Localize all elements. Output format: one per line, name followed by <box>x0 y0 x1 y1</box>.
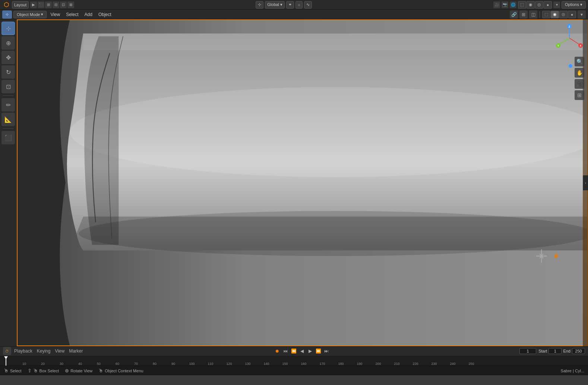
material-btn[interactable]: ◎ <box>559 11 568 18</box>
options-button[interactable]: Options ▾ <box>562 1 586 9</box>
context-menu-label: Object Context Menu <box>105 369 143 373</box>
snap-toggle[interactable]: ⚭ <box>286 1 294 9</box>
jump-start-btn[interactable]: ⏮ <box>282 347 289 355</box>
ruler-mark-240: 240 <box>450 362 455 366</box>
blender-logo[interactable]: ⬡ <box>2 1 10 9</box>
divider <box>540 11 540 18</box>
marker-menu[interactable]: Marker <box>67 348 84 354</box>
header-icon-4[interactable]: ⊟ <box>53 1 59 8</box>
render-shade-btn[interactable]: ● <box>544 1 552 9</box>
scene-props-icon[interactable]: 🌐 <box>510 1 516 8</box>
middle-mouse-icon: ⊛ <box>65 368 69 373</box>
zoom-to-fit-btn[interactable]: 🔍 <box>575 57 584 66</box>
jump-end-btn[interactable]: ⏭ <box>323 347 330 355</box>
n-panel-toggle[interactable]: › <box>583 175 588 190</box>
viewport-shading-btns: ⬚ ◉ ◎ ● <box>542 11 576 18</box>
ruler-mark-30: 30 <box>60 362 63 366</box>
timeline-area: ⏱ Playback Keying View Marker ⏺ ⏮ ⏪ ◀ ▶ … <box>0 346 588 366</box>
workspace-tab-layout[interactable]: Layout <box>12 1 29 9</box>
viewport-canvas[interactable]: User Orthographic (Local) (1) Sabre | Cy… <box>17 19 588 346</box>
viewport-gizmo-toggle[interactable]: 🔗 <box>510 10 518 19</box>
ruler-mark-190: 190 <box>357 362 362 366</box>
timeline-right: Start End <box>519 348 585 354</box>
keying-menu[interactable]: Keying <box>35 348 52 354</box>
pan-btn[interactable]: ✋ <box>575 68 584 78</box>
svg-rect-3 <box>83 34 588 50</box>
solid-btn[interactable]: ◉ <box>551 11 559 18</box>
ruler-mark-150: 150 <box>282 362 288 366</box>
record-btn[interactable]: ⏺ <box>274 347 281 355</box>
material-shade-btn[interactable]: ◎ <box>535 1 543 9</box>
viewport-menu-select[interactable]: Select <box>64 11 80 18</box>
play-btn[interactable]: ▶ <box>306 347 314 355</box>
shading-buttons: ⬚ ◉ ◎ ● <box>518 1 552 9</box>
render-props-icon[interactable]: 📷 <box>502 1 508 8</box>
ruler-mark-230: 230 <box>431 362 437 366</box>
render-btn[interactable]: ● <box>568 11 576 18</box>
ruler-mark-110: 110 <box>208 362 213 366</box>
ruler-mark-180: 180 <box>338 362 344 366</box>
header-icon-2[interactable]: ⬛ <box>38 1 44 8</box>
status-bar: 🖱 Select ⇧ 🖱 Box Select ⊛ Rotate View 🖱 … <box>0 366 588 375</box>
scale-tool-btn[interactable]: ⊡ <box>1 80 15 93</box>
viewport-render-icon[interactable]: 🎥 <box>493 1 500 8</box>
ruler-mark-250: 250 <box>468 362 474 366</box>
proportional-edit[interactable]: ○ <box>295 1 303 9</box>
viewport-shading-extra[interactable]: ▾ <box>553 1 560 8</box>
end-frame-input[interactable] <box>572 348 585 354</box>
shading-extra-btn[interactable]: ▾ <box>578 10 586 19</box>
ruler-mark-80: 80 <box>153 362 157 366</box>
viewport-overlay-toggle[interactable]: ⊞ <box>519 10 528 19</box>
playback-menu[interactable]: Playback <box>13 348 34 354</box>
nav-icons: 🔍 ✋ 🎥 ⊞ <box>575 57 584 100</box>
solid-shade-btn[interactable]: ◉ <box>527 1 535 9</box>
blue-axis-dot <box>569 64 572 68</box>
ruler-mark-210: 210 <box>394 362 399 366</box>
header-icon-1[interactable]: ▶ <box>30 1 37 8</box>
camera-view-btn[interactable]: 🎥 <box>575 79 584 89</box>
annotate-tool-btn[interactable]: ✏ <box>1 98 15 112</box>
header-icon-3[interactable]: ⊞ <box>45 1 52 8</box>
header-right: 🎥 📷 🌐 ⬚ ◉ ◎ ● ▾ Options ▾ <box>493 1 586 9</box>
svg-point-8 <box>554 254 558 258</box>
grid-view-btn[interactable]: ⊞ <box>575 90 584 100</box>
status-box-select: ⇧ 🖱 Box Select <box>28 368 59 373</box>
view-menu[interactable]: View <box>53 348 66 354</box>
viewport-menu-add[interactable]: Add <box>82 11 95 18</box>
timeline-ruler[interactable]: 10 20 30 40 50 60 70 80 90 100 110 120 1… <box>0 356 588 366</box>
playback-controls: ⏺ ⏮ ⏪ ◀ ▶ ⏩ ⏭ <box>274 347 330 355</box>
start-frame-input[interactable] <box>549 348 562 354</box>
cursor-tool-btn[interactable]: ⊕ <box>1 36 15 50</box>
add-primitive-btn[interactable]: ⬛ <box>1 131 15 144</box>
header-icon-5[interactable]: ⊡ <box>60 1 67 8</box>
timeline-header: ⏱ Playback Keying View Marker ⏺ ⏮ ⏪ ◀ ▶ … <box>0 347 588 356</box>
wire-btn[interactable]: ⬚ <box>542 11 550 18</box>
right-mouse-icon: 🖱 <box>98 368 103 373</box>
ruler-mark-170: 170 <box>319 362 325 366</box>
header-left: ⬡ Layout ▶ ⬛ ⊞ ⊟ ⊡ ⊠ <box>2 1 74 9</box>
viewport-menu-object[interactable]: Object <box>96 11 114 18</box>
wire-shade-btn[interactable]: ⬚ <box>518 1 526 9</box>
box-select-label: Box Select <box>39 369 59 373</box>
transform-pivot[interactable]: ⊹ <box>256 1 263 9</box>
measure-tool-btn[interactable]: 📐 <box>1 113 15 126</box>
header-icon-6[interactable]: ⊠ <box>67 1 74 8</box>
viewport-menu-view[interactable]: View <box>48 11 62 18</box>
step-forward-btn[interactable]: ⏩ <box>314 347 322 355</box>
ruler-mark-70: 70 <box>134 362 138 366</box>
play-reverse-btn[interactable]: ◀ <box>298 347 306 355</box>
global-dropdown[interactable]: Global ▾ <box>265 1 285 9</box>
step-back-btn[interactable]: ⏪ <box>290 347 297 355</box>
object-mode-dropdown[interactable]: Object Mode ▾ <box>13 11 47 18</box>
proportional-falloff[interactable]: ∿ <box>304 1 312 9</box>
axis-widget[interactable]: Z X Y <box>554 23 584 53</box>
rotate-tool-btn[interactable]: ↻ <box>1 65 15 79</box>
select-tool-btn[interactable]: ⊹ <box>1 22 15 35</box>
xray-toggle[interactable]: ◫ <box>529 10 537 19</box>
move-tool-btn[interactable]: ✥ <box>1 51 15 64</box>
viewport-header: ⊹ Object Mode ▾ View Select Add Object 🔗… <box>0 10 588 19</box>
toolbar-separator-2 <box>3 128 14 129</box>
current-frame-input[interactable] <box>519 348 536 354</box>
ruler-mark-160: 160 <box>301 362 306 366</box>
rotate-view-label: Rotate View <box>70 369 92 373</box>
